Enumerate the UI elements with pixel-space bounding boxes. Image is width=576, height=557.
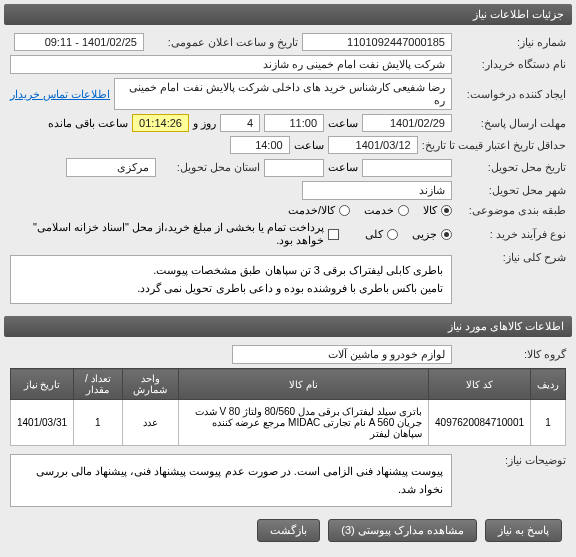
label-day-and: روز و xyxy=(193,117,216,130)
table-row: 1 4097620084710001 باتری سیلد لیفتراک بر… xyxy=(11,400,566,446)
label-time-2: ساعت xyxy=(294,139,324,152)
field-remaining-clock: 01:14:26 xyxy=(132,114,189,132)
radio-both[interactable] xyxy=(339,205,350,216)
field-requester: رضا شفیعی کارشناس خرید های داخلی شرکت پا… xyxy=(114,78,452,110)
radio-item-kala[interactable]: کالا xyxy=(423,204,452,217)
label-remaining: ساعت باقی مانده xyxy=(48,117,128,130)
details-form: شماره نیاز: 1101092447000185 تاریخ و ساع… xyxy=(4,29,572,316)
label-deadline: مهلت ارسال پاسخ: xyxy=(456,117,566,130)
treasury-label: پرداخت تمام یا بخشی از مبلغ خرید،از محل … xyxy=(10,221,324,247)
label-announce-dt: تاریخ و ساعت اعلان عمومی: xyxy=(148,36,298,49)
col-date: تاریخ نیاز xyxy=(11,369,74,400)
radio-label-koli: کلی xyxy=(365,228,383,241)
field-buyer-org: شرکت پالایش نفت امام خمینی ره شازند xyxy=(10,55,452,74)
label-quote-deadline: حداقل تاریخ اعتبار قیمت تا تاریخ: xyxy=(422,139,566,152)
col-name: نام کالا xyxy=(179,369,429,400)
radio-label-jozi: جزیی xyxy=(412,228,437,241)
radio-item-khedmat[interactable]: خدمت xyxy=(364,204,409,217)
field-announce-dt: 1401/02/25 - 09:11 xyxy=(14,33,144,51)
buyer-contact-link[interactable]: اطلاعات تماس خریدار xyxy=(10,88,110,101)
radio-item-koli[interactable]: کلی xyxy=(365,228,398,241)
table-header-row: ردیف کد کالا نام کالا واحد شمارش تعداد /… xyxy=(11,369,566,400)
field-need-no: 1101092447000185 xyxy=(302,33,452,51)
cell-date: 1401/03/31 xyxy=(11,400,74,446)
field-delivery-time xyxy=(264,159,324,177)
field-deadline-time: 11:00 xyxy=(264,114,324,132)
radio-label-kala: کالا xyxy=(423,204,437,217)
radio-item-jozi[interactable]: جزیی xyxy=(412,228,452,241)
label-delivery-date: تاریخ محل تحویل: xyxy=(456,161,566,174)
field-delivery-city: شازند xyxy=(302,181,452,200)
label-time-3: ساعت xyxy=(328,161,358,174)
field-remaining-days: 4 xyxy=(220,114,260,132)
radio-item-both[interactable]: کالا/خدمت xyxy=(288,204,350,217)
treasury-checkbox[interactable] xyxy=(328,229,338,240)
radio-kala[interactable] xyxy=(441,205,452,216)
radio-label-both: کالا/خدمت xyxy=(288,204,335,217)
label-requester: ایجاد کننده درخواست: xyxy=(456,88,566,101)
button-row: پاسخ به نیاز مشاهده مدارک پیوستی (3) باز… xyxy=(10,511,566,550)
label-time-1: ساعت xyxy=(328,117,358,130)
section-header-items: اطلاعات کالاهای مورد نیاز xyxy=(4,316,572,337)
label-purchase-type: نوع فرآیند خرید : xyxy=(456,228,566,241)
field-delivery-state: مرکزی xyxy=(66,158,156,177)
radio-khedmat[interactable] xyxy=(398,205,409,216)
radio-jozi[interactable] xyxy=(441,229,452,240)
label-desc: شرح کلی نیاز: xyxy=(456,251,566,264)
radio-label-khedmat: خدمت xyxy=(364,204,394,217)
col-qty: تعداد / مقدار xyxy=(74,369,123,400)
col-unit: واحد شمارش xyxy=(122,369,179,400)
cell-code: 4097620084710001 xyxy=(429,400,531,446)
label-group: گروه کالا: xyxy=(456,348,566,361)
col-idx: ردیف xyxy=(531,369,566,400)
field-quote-time: 14:00 xyxy=(230,136,290,154)
items-area: گروه کالا: لوازم خودرو و ماشین آلات ردیف… xyxy=(4,341,572,554)
back-button[interactable]: بازگشت xyxy=(257,519,320,542)
label-need-no: شماره نیاز: xyxy=(456,36,566,49)
label-notes: توضیحات نیاز: xyxy=(456,454,566,467)
notes-box: پیوست پیشنهاد فنی الزامی است. در صورت عد… xyxy=(10,454,452,507)
col-code: کد کالا xyxy=(429,369,531,400)
reply-button[interactable]: پاسخ به نیاز xyxy=(485,519,562,542)
field-deadline-date: 1401/02/29 xyxy=(362,114,452,132)
attachments-button[interactable]: مشاهده مدارک پیوستی (3) xyxy=(328,519,477,542)
cell-qty: 1 xyxy=(74,400,123,446)
field-delivery-date xyxy=(362,159,452,177)
label-buyer-org: نام دستگاه خریدار: xyxy=(456,58,566,71)
radio-koli[interactable] xyxy=(387,229,398,240)
label-delivery-city: شهر محل تحویل: xyxy=(456,184,566,197)
label-delivery-state: استان محل تحویل: xyxy=(160,161,260,174)
cell-name: باتری سیلد لیفتراک برقی مدل 80/560 ولتاژ… xyxy=(179,400,429,446)
purchase-type-radio-group: جزیی کلی xyxy=(365,228,452,241)
field-quote-date: 1401/03/12 xyxy=(328,136,418,154)
items-table: ردیف کد کالا نام کالا واحد شمارش تعداد /… xyxy=(10,368,566,446)
field-group: لوازم خودرو و ماشین آلات xyxy=(232,345,452,364)
cell-idx: 1 xyxy=(531,400,566,446)
desc-box: باطری کابلی لیفتراک برقی 3 تن سپاهان طبق… xyxy=(10,255,452,304)
cell-unit: عدد xyxy=(122,400,179,446)
section-header-details: جزئیات اطلاعات نیاز xyxy=(4,4,572,25)
label-category: طبقه بندی موضوعی: xyxy=(456,204,566,217)
category-radio-group: کالا خدمت کالا/خدمت xyxy=(288,204,452,217)
